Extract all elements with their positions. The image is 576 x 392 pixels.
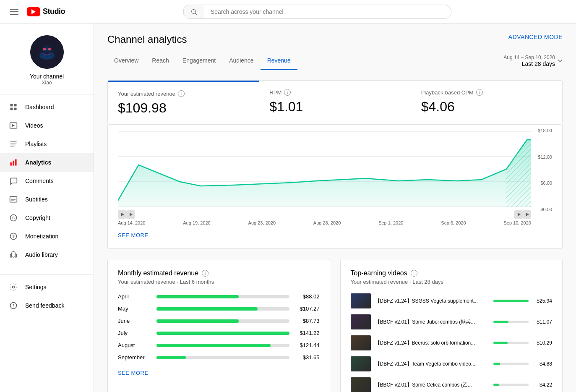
advanced-mode-button[interactable]: ADVANCED MODE — [508, 34, 563, 40]
svg-rect-16 — [13, 161, 14, 166]
info-icon-revenue[interactable]: i — [178, 90, 185, 97]
sidebar-item-feedback[interactable]: Send feedback — [0, 296, 94, 315]
video-title: 【DBFZ v1.24】SSGSS Vegeta supplement... — [375, 298, 490, 305]
search-button[interactable] — [183, 5, 204, 18]
youtube-logo-icon — [27, 7, 40, 16]
playlist-icon — [8, 139, 18, 149]
date-range-dates: Aug 14 – Sep 10, 2020 — [503, 55, 555, 60]
top-videos-card: Top-earning videos i Your estimated reve… — [340, 259, 563, 392]
sidebar-item-dashboard[interactable]: Dashboard — [0, 98, 94, 116]
play-marker-1[interactable] — [118, 210, 126, 219]
play-marker-3[interactable] — [514, 210, 523, 219]
svg-point-0 — [192, 9, 195, 13]
bar-value: $87.73 — [295, 318, 320, 324]
monthly-see-more-button[interactable]: SEE MORE — [118, 366, 149, 379]
sidebar-item-audio-library[interactable]: Audio library — [0, 246, 94, 264]
monthly-bar-row: May $107.27 — [118, 306, 320, 312]
sidebar-item-analytics[interactable]: Analytics — [0, 153, 94, 172]
page-title: Channel analytics — [107, 34, 187, 45]
video-bar-wrap: $25.94 — [493, 298, 552, 304]
metric-label-rpm: RPM i — [269, 89, 400, 96]
sidebar-item-copyright[interactable]: C Copyright — [0, 209, 94, 227]
bar-value: $141.22 — [295, 330, 320, 336]
sidebar-item-videos[interactable]: Videos — [0, 116, 94, 135]
metric-card-cpm[interactable]: Playback-based CPM i $4.06 — [411, 81, 562, 124]
video-row[interactable]: 【DBFZ v1.24】Beerus: solo orb formation..… — [351, 335, 553, 350]
tab-revenue[interactable]: Revenue — [261, 52, 297, 70]
metric-value-cpm: $4.06 — [421, 99, 552, 115]
video-info: 【BBCF v2.01】Some Celica combos (乙... — [375, 382, 490, 389]
date-range-selector[interactable]: Aug 14 – Sep 10, 2020 Last 28 days — [503, 55, 563, 67]
video-bar-fill — [493, 342, 508, 344]
video-value: $10.29 — [532, 340, 552, 346]
tab-audience[interactable]: Audience — [222, 52, 260, 70]
svg-rect-10 — [14, 108, 17, 110]
sidebar-item-monetization[interactable]: $ Monetization — [0, 227, 94, 246]
svg-text:$: $ — [12, 234, 14, 238]
video-row[interactable]: 【BBCF v2.01】Some Jubei combos (獣兵... $11… — [351, 314, 553, 329]
logo[interactable]: Studio — [27, 7, 65, 16]
monthly-bar-row: August $121.44 — [118, 342, 320, 348]
x-label-6: Sep 10, 2020 — [503, 220, 531, 225]
monthly-revenue-title: Monthly estimated revenue i — [118, 269, 320, 277]
video-thumbnail — [351, 335, 371, 350]
metric-card-revenue[interactable]: Your estimated revenue i $109.98 — [108, 81, 259, 124]
bar-month-label: August — [118, 342, 151, 348]
monthly-revenue-card: Monthly estimated revenue i Your estimat… — [107, 259, 330, 392]
studio-label: Studio — [43, 7, 65, 16]
video-value: $4.22 — [532, 382, 552, 388]
body-wrap: Your channel Xiao Dashboard Videos Playl… — [0, 24, 576, 392]
video-row[interactable]: 【DBFZ v1.24】Team Vegeta combo video... $… — [351, 356, 553, 371]
chart-see-more-button[interactable]: SEE MORE — [118, 229, 149, 242]
svg-point-27 — [13, 286, 15, 288]
video-icon — [8, 120, 18, 131]
video-bar-fill — [493, 321, 508, 323]
play-marker-2[interactable] — [126, 210, 135, 219]
search-input[interactable] — [204, 5, 451, 18]
metric-label-cpm: Playback-based CPM i — [421, 89, 552, 96]
info-icon-monthly[interactable]: i — [202, 270, 209, 277]
x-label-2: Aug 23, 2020 — [248, 220, 276, 225]
sidebar-item-playlists[interactable]: Playlists — [0, 135, 94, 153]
y-label-18: $18.00 — [538, 128, 552, 133]
metric-card-rpm[interactable]: RPM i $1.01 — [259, 81, 411, 124]
video-row[interactable]: 【DBFZ v1.24】SSGSS Vegeta supplement... $… — [351, 293, 553, 308]
date-range-label: Last 28 days — [522, 60, 555, 67]
tab-reach[interactable]: Reach — [145, 52, 175, 70]
top-videos-subtitle: Your estimated revenue · Last 28 days — [351, 279, 553, 285]
bar-track — [156, 332, 289, 335]
video-bar-fill — [493, 300, 529, 302]
bar-fill — [156, 356, 186, 359]
x-label-4: Sep 1, 2020 — [378, 220, 403, 225]
sidebar-item-subtitles[interactable]: Subtitles — [0, 190, 94, 209]
tabs: Overview Reach Engagement Audience Reven… — [107, 52, 297, 70]
bar-fill — [156, 295, 239, 298]
info-icon-top-videos[interactable]: i — [411, 270, 417, 277]
bar-month-label: June — [118, 318, 151, 324]
avatar[interactable] — [30, 35, 64, 69]
topbar-left: Studio — [7, 5, 65, 18]
info-icon-cpm[interactable]: i — [476, 89, 483, 96]
sidebar-item-settings[interactable]: Settings — [0, 278, 94, 296]
tab-overview[interactable]: Overview — [107, 52, 145, 70]
video-bar-track — [493, 321, 529, 323]
hamburger-menu[interactable] — [7, 5, 22, 18]
video-thumbnail — [351, 314, 371, 329]
play-marker-4[interactable] — [523, 210, 531, 219]
bar-month-label: September — [118, 354, 151, 361]
video-title: 【DBFZ v1.24】Beerus: solo orb formation..… — [375, 340, 490, 347]
date-range-inner: Aug 14 – Sep 10, 2020 Last 28 days — [503, 55, 555, 67]
svg-text:C: C — [12, 216, 15, 220]
search-bar — [72, 5, 563, 19]
bar-track — [156, 319, 289, 323]
svg-rect-17 — [15, 159, 16, 166]
sidebar-item-comments[interactable]: Comments — [0, 172, 94, 190]
tabs-wrap: Overview Reach Engagement Audience Reven… — [107, 52, 563, 70]
monthly-bar-row: April $88.02 — [118, 293, 320, 300]
dashboard-icon — [8, 102, 18, 112]
video-row[interactable]: 【BBCF v2.01】Some Celica combos (乙... $4.… — [351, 377, 553, 392]
video-bar-wrap: $4.22 — [493, 382, 552, 388]
bar-value: $31.65 — [295, 354, 320, 361]
info-icon-rpm[interactable]: i — [284, 89, 291, 96]
tab-engagement[interactable]: Engagement — [176, 52, 222, 70]
